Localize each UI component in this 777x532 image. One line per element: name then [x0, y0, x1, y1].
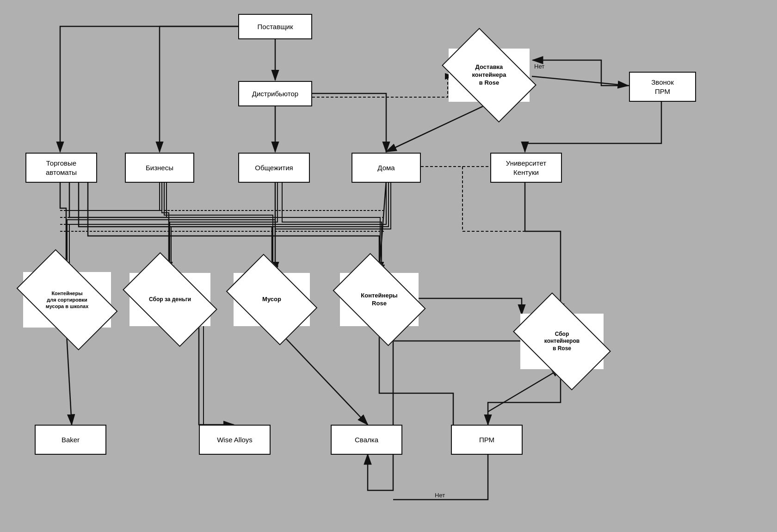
svg-line-4	[532, 76, 628, 86]
wisealloys-node: Wise Alloys	[199, 425, 271, 455]
rose-collection-label: Сборконтейнеровв Rose	[542, 328, 582, 355]
vending-node: Торговыеавтоматы	[25, 153, 97, 183]
prm-bottom-node: ПРМ	[451, 425, 523, 455]
distributor-node: Дистрибьютор	[238, 81, 312, 106]
homes-label: Дома	[377, 163, 395, 173]
homes-node: Дома	[352, 153, 421, 183]
business-label: Бизнесы	[146, 163, 173, 173]
dormitory-node: Общежития	[238, 153, 310, 183]
supplier-label: Поставщик	[258, 22, 293, 31]
container-delivery-diamond: Доставкаконтейнерав Rose	[449, 49, 530, 102]
school-containers-label: Контейнерыдля сортировкимусора в школах	[43, 288, 91, 312]
label-net2: Нет	[435, 492, 445, 499]
container-delivery-label: Доставкаконтейнерав Rose	[470, 61, 509, 89]
baker-node: Baker	[35, 425, 106, 455]
svalka-node: Свалка	[331, 425, 402, 455]
fee-collection-label: Сбор за деньги	[147, 294, 193, 306]
trash-label: Мусор	[260, 293, 284, 306]
university-node: УниверситетКентуки	[490, 153, 562, 183]
dormitory-label: Общежития	[255, 163, 293, 173]
svg-line-14	[488, 368, 562, 412]
wisealloys-label: Wise Alloys	[217, 435, 253, 445]
supplier-node: Поставщик	[238, 14, 312, 39]
business-node: Бизнесы	[125, 153, 194, 183]
fee-collection-diamond: Сбор за деньги	[130, 273, 210, 326]
zvonok-label: ЗвонокПРМ	[651, 78, 673, 96]
label-net1: Нет	[534, 63, 544, 70]
vending-label: Торговыеавтоматы	[46, 159, 77, 177]
svalka-label: Свалка	[355, 435, 378, 445]
university-label: УниверситетКентуки	[506, 159, 546, 177]
prm-bottom-label: ПРМ	[479, 435, 494, 445]
distributor-label: Дистрибьютор	[252, 89, 298, 99]
diagram: Нет Да Нет Поставщик Дистрибьютор Торгов…	[0, 0, 777, 532]
svg-line-9	[272, 324, 368, 425]
zvonok-node: ЗвонокПРМ	[629, 72, 696, 102]
rose-collection-diamond: Сборконтейнеровв Rose	[520, 314, 604, 369]
rose-containers-diamond: КонтейнерыRose	[340, 273, 419, 326]
svg-line-5	[386, 102, 493, 152]
school-containers-diamond: Контейнерыдля сортировкимусора в школах	[23, 272, 111, 328]
svg-line-7	[379, 180, 386, 272]
trash-diamond: Мусор	[234, 273, 310, 326]
baker-label: Baker	[62, 435, 80, 445]
rose-containers-label: КонтейнерыRose	[358, 290, 400, 310]
